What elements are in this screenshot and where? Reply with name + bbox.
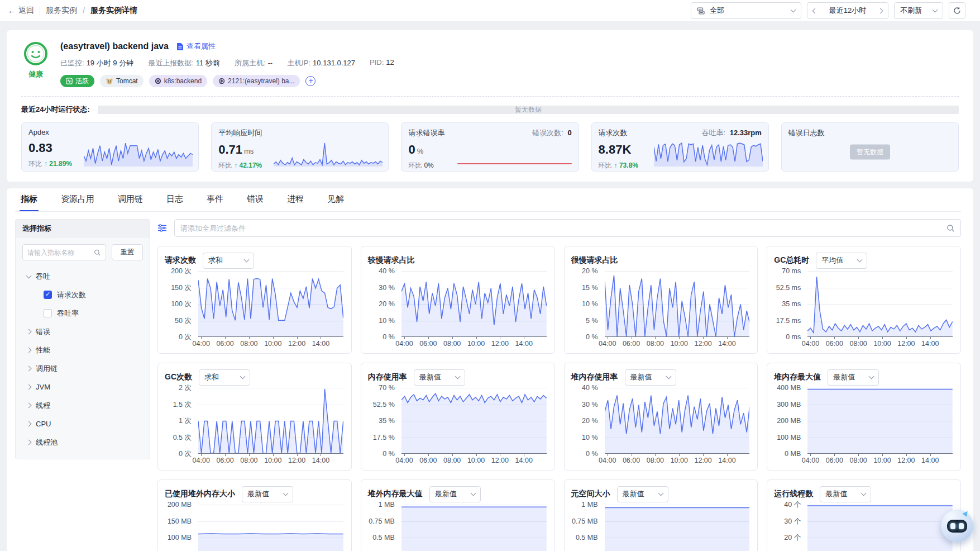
aggregation-select[interactable]: 最新值 <box>617 486 668 502</box>
scope-select[interactable]: 全部 <box>691 2 801 19</box>
x-axis-tick: 12:00 <box>288 340 305 348</box>
search-icon[interactable] <box>946 224 955 232</box>
chart-title: 堆内存最大值 <box>774 372 821 382</box>
detail-tabs: 指标资源占用调用链日志事件错误进程见解 <box>15 188 961 212</box>
chart-card-slow-request-ratio: 较慢请求占比40 %30 %20 %10 %0 %04:0006:0008:00… <box>361 246 555 354</box>
x-axis-tick: 08:00 <box>443 340 461 348</box>
tree-item-request-count[interactable]: 请求次数 <box>19 286 146 304</box>
global-filter-input[interactable] <box>180 224 946 232</box>
chart-title: 较慢请求占比 <box>368 255 415 265</box>
tree-group-performance[interactable]: 性能 <box>19 341 146 359</box>
tab-insight[interactable]: 见解 <box>326 194 345 211</box>
x-axis-tick: 10:00 <box>671 340 688 348</box>
x-axis-tickmark <box>201 337 202 339</box>
aggregation-value: 求和 <box>208 255 223 265</box>
tab-process[interactable]: 进程 <box>286 194 305 211</box>
x-axis-tick: 08:00 <box>647 457 664 464</box>
refresh-mode-select[interactable]: 不刷新 <box>894 2 943 19</box>
assistant-robot-button[interactable] <box>941 510 973 542</box>
refresh-button[interactable] <box>949 2 965 19</box>
checkbox[interactable] <box>44 291 52 299</box>
metric-search-input[interactable] <box>27 249 94 256</box>
time-range-select[interactable]: 最近12小时 <box>807 2 888 19</box>
top-bar: ← 返回 服务实例 / 服务实例详情 全部 最近12小时 不刷新 <box>0 0 980 21</box>
chart-title: 请求次数 <box>165 255 196 265</box>
aggregation-select[interactable]: 最新值 <box>429 486 481 502</box>
tab-errors[interactable]: 错误 <box>246 194 265 211</box>
chevron-down-icon <box>240 374 246 379</box>
chevron-right-icon <box>26 348 32 353</box>
tab-resource[interactable]: 资源占用 <box>60 194 95 211</box>
x-axis-tick: 14:00 <box>921 340 939 348</box>
x-axis-tickmark <box>321 337 321 339</box>
x-axis-tick: 06:00 <box>623 457 640 464</box>
y-axis-tick: 30 % <box>379 284 395 292</box>
chevron-right-icon[interactable] <box>878 8 883 13</box>
aggregation-select[interactable]: 平均值 <box>816 253 867 269</box>
x-axis-tick: 14:00 <box>312 340 329 348</box>
y-axis-tick: 2 次 <box>179 383 192 393</box>
tab-trace[interactable]: 调用链 <box>117 194 144 211</box>
x-axis-tick: 04:00 <box>802 457 819 464</box>
chevron-right-icon <box>26 421 32 427</box>
view-properties-link[interactable]: 查看属性 <box>176 41 216 51</box>
checkbox[interactable] <box>44 309 52 317</box>
x-axis-tickmark <box>201 454 202 456</box>
dashed-divider <box>21 96 959 97</box>
aggregation-select[interactable]: 求和 <box>203 253 254 269</box>
chevron-left-icon[interactable] <box>812 8 818 13</box>
x-axis-tickmark <box>452 454 453 456</box>
breadcrumb: ← 返回 服务实例 / 服务实例详情 <box>8 6 137 16</box>
x-axis-tickmark <box>882 337 883 339</box>
x-axis-tickmark <box>858 454 859 456</box>
add-tag-button[interactable]: + <box>305 76 315 86</box>
meta-value: 11 秒前 <box>196 59 220 67</box>
aggregation-select[interactable]: 最新值 <box>828 369 879 386</box>
tree-group-errors[interactable]: 错误 <box>19 322 146 341</box>
chart-card-metaspace-size: 元空间大小最新值1 MB0.75 MB0.5 MB0.25 MB0 MB04:0… <box>564 479 758 551</box>
status-empty-text: 暂无数据 <box>98 106 959 114</box>
aggregation-select[interactable]: 求和 <box>199 369 250 386</box>
compare-label: 环比 <box>599 162 612 169</box>
tree-item-throughput-rate[interactable]: 吞吐率 <box>19 304 146 322</box>
tag-k8s-namespace: k8s:backend <box>149 75 207 87</box>
aggregation-select[interactable]: 最新值 <box>820 486 871 502</box>
chart-card-memory-usage: 内存使用率最新值70 %52.5 %35 %17.5 %0 %04:0006:0… <box>361 363 555 471</box>
breadcrumb-parent[interactable]: 服务实例 <box>46 6 77 16</box>
kubernetes-icon <box>218 78 225 84</box>
y-axis-tick: 150 次 <box>171 283 192 292</box>
x-axis-tick: 14:00 <box>312 457 329 464</box>
chevron-down-icon <box>791 7 796 13</box>
health-label: 健康 <box>21 69 50 79</box>
kpi-flat-red-line <box>457 163 571 164</box>
aggregation-select[interactable]: 最新值 <box>242 486 293 502</box>
x-axis-tickmark <box>882 454 883 456</box>
tab-metrics[interactable]: 指标 <box>20 194 39 211</box>
y-axis-tick: 1 次 <box>179 416 192 426</box>
no-data-badge: 暂无数据 <box>850 145 890 160</box>
aggregation-select[interactable]: 最新值 <box>414 369 465 386</box>
tree-group-cpu[interactable]: CPU <box>19 415 146 433</box>
x-axis-tick: 14:00 <box>718 457 735 464</box>
y-axis-tick: 35 ms <box>782 300 801 308</box>
tab-events[interactable]: 事件 <box>205 194 224 211</box>
tree-group-threads[interactable]: 线程 <box>19 396 146 415</box>
tree-group-jvm[interactable]: JVM <box>19 378 146 396</box>
reset-button[interactable]: 重置 <box>112 244 143 260</box>
aggregation-select[interactable]: 最新值 <box>625 369 676 386</box>
tree-group-thread-pool[interactable]: 线程池 <box>19 433 146 452</box>
meta-label: 所属主机: <box>235 59 266 67</box>
tab-logs[interactable]: 日志 <box>165 194 184 211</box>
y-axis-tick: 40 % <box>379 267 395 275</box>
tree-group-throughput[interactable]: 吞吐 <box>19 267 146 286</box>
x-axis-tick: 08:00 <box>850 457 867 464</box>
chevron-down-icon <box>455 374 460 379</box>
plot-area <box>807 271 953 337</box>
document-icon <box>176 42 184 51</box>
y-axis-tick: 0.75 MB <box>572 517 598 525</box>
filter-settings-icon[interactable] <box>157 224 167 232</box>
back-arrow-icon: ← <box>8 6 16 15</box>
tree-group-tracing[interactable]: 调用链 <box>19 359 146 378</box>
kpi-card-avg-response-time: 平均响应时间0.71ms环比↑ 42.17% <box>211 122 389 172</box>
back-button[interactable]: ← 返回 <box>8 6 34 16</box>
